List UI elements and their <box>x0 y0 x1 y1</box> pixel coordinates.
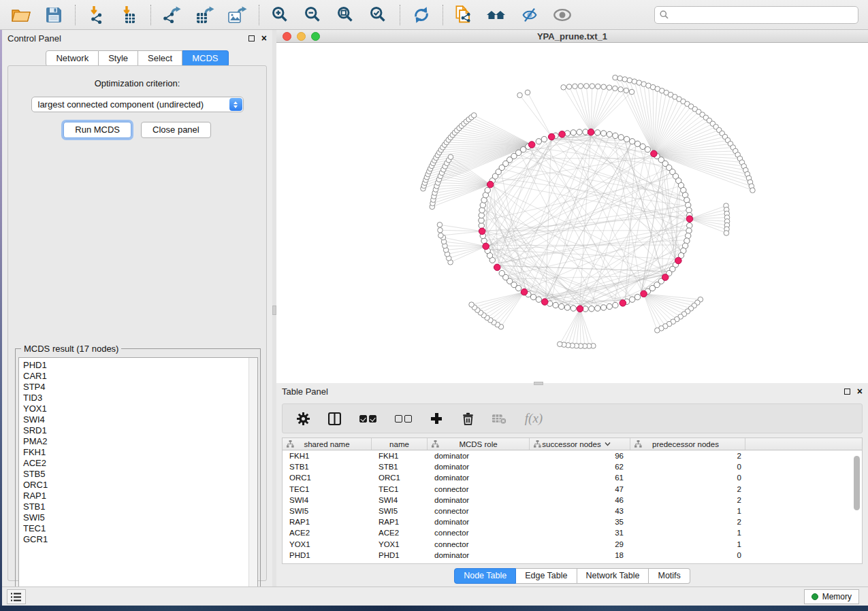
mcds-result-item[interactable]: TID3 <box>23 393 257 403</box>
mcds-result-item[interactable]: PMA2 <box>23 436 257 447</box>
run-mcds-button[interactable]: Run MCDS <box>63 122 131 138</box>
table-row[interactable]: SWI4SWI4dominator462 <box>283 495 862 506</box>
mcds-result-item[interactable]: PHD1 <box>23 360 257 371</box>
mcds-result-item[interactable]: FKH1 <box>23 447 257 458</box>
mcds-result-list[interactable]: PHD1CAR1STP4TID3YOX1SWI4SRD1PMA2FKH1ACE2… <box>18 357 258 596</box>
table-row[interactable]: RAP1RAP1dominator352 <box>283 516 862 527</box>
zoom-selected-icon[interactable] <box>367 4 390 26</box>
apply-layout-icon[interactable] <box>410 4 433 26</box>
table-scrollbar-thumb[interactable] <box>854 456 860 510</box>
mcds-result-item[interactable]: STB1 <box>23 501 257 512</box>
network-canvas[interactable] <box>276 43 868 382</box>
close-panel-icon[interactable]: × <box>261 35 267 42</box>
table-cell: connector <box>428 529 530 537</box>
control-panel-title: Control Panel <box>7 33 61 44</box>
hide-details-icon[interactable] <box>518 4 541 26</box>
network-window-titlebar[interactable]: YPA_prune.txt_1 <box>276 30 868 43</box>
float-panel-icon[interactable] <box>844 389 850 395</box>
mcds-result-item[interactable]: RAP1 <box>23 491 257 501</box>
zoom-out-icon[interactable] <box>302 4 325 26</box>
table-row[interactable]: TEC1TEC1connector472 <box>283 484 862 495</box>
float-panel-icon[interactable] <box>248 35 255 42</box>
search-icon <box>660 10 669 19</box>
tab-network-table[interactable]: Network Table <box>577 568 649 584</box>
table-cell: SWI4 <box>283 496 372 504</box>
mcds-result-item[interactable]: GCR1 <box>23 534 257 545</box>
import-network-icon[interactable] <box>85 4 108 26</box>
show-command-panel-button[interactable] <box>7 589 26 604</box>
table-row[interactable]: FKH1FKH1dominator962 <box>283 450 862 461</box>
table-cell: 35 <box>530 518 630 526</box>
toggle-panel-columns-icon[interactable] <box>326 410 342 427</box>
optimization-criterion-select[interactable]: largest connected component (undirected) <box>31 97 244 112</box>
mcds-result-item[interactable]: SWI4 <box>23 414 257 425</box>
mcds-result-item[interactable]: TEC1 <box>23 523 257 534</box>
delete-table-icon <box>491 410 507 427</box>
export-image-icon[interactable] <box>226 4 249 26</box>
desktop-background-edge <box>0 30 2 606</box>
select-all-columns-icon[interactable] <box>357 410 378 427</box>
column-header-name[interactable]: name <box>372 438 428 450</box>
table-row[interactable]: SWI5SWI5connector431 <box>283 506 862 516</box>
table-cell: ACE2 <box>283 529 372 537</box>
mcds-result-item[interactable]: STB5 <box>23 469 257 480</box>
table-cell: 1 <box>630 529 745 537</box>
zoom-in-icon[interactable] <box>269 4 292 26</box>
search-text-field[interactable] <box>672 10 853 20</box>
mcds-list-scrollbar[interactable] <box>248 358 257 595</box>
add-column-icon[interactable] <box>428 410 445 427</box>
tab-node-table[interactable]: Node Table <box>454 568 516 584</box>
column-header-successor-nodes[interactable]: successor nodes <box>530 438 630 450</box>
delete-column-icon[interactable] <box>460 410 476 427</box>
table-row[interactable]: YOX1YOX1connector291 <box>283 539 862 550</box>
search-input[interactable] <box>654 6 858 24</box>
mcds-result-item[interactable]: YOX1 <box>23 403 257 414</box>
column-header-shared-name[interactable]: shared name <box>283 438 372 450</box>
mcds-result-item[interactable]: SRD1 <box>23 425 257 436</box>
table-panel: Table Panel × f(x) <box>276 383 868 587</box>
export-table-icon[interactable] <box>193 4 216 26</box>
table-cell: dominator <box>428 463 530 471</box>
tab-mcds[interactable]: MCDS <box>182 50 228 67</box>
table-row[interactable]: ACE2ACE2connector311 <box>283 527 862 538</box>
table-panel-tabbar: Node Table Edge Table Network Table Moti… <box>276 568 868 584</box>
network-graph[interactable] <box>276 43 868 382</box>
table-row[interactable]: STB1STB1dominator620 <box>283 461 862 472</box>
table-cell: TEC1 <box>283 485 372 493</box>
column-header-predecessor-nodes[interactable]: predecessor nodes <box>630 438 745 450</box>
zoom-fit-icon[interactable] <box>334 4 357 26</box>
mcds-result-item[interactable]: SWI5 <box>23 512 257 523</box>
import-table-icon[interactable] <box>118 4 141 26</box>
table-panel-splitter-handle[interactable] <box>534 382 543 385</box>
mcds-result-item[interactable]: ACE2 <box>23 458 257 469</box>
mcds-result-item[interactable]: ORC1 <box>23 480 257 491</box>
homes-icon[interactable] <box>485 4 509 26</box>
tab-edge-table[interactable]: Edge Table <box>516 568 577 584</box>
mcds-result-item[interactable]: CAR1 <box>23 371 257 382</box>
table-cell: 18 <box>530 551 630 559</box>
tab-motifs[interactable]: Motifs <box>649 568 690 584</box>
shared-column-icon <box>432 440 439 448</box>
table-row[interactable]: ORC1ORC1dominator610 <box>283 472 862 483</box>
table-body: FKH1FKH1dominator962STB1STB1dominator620… <box>283 450 862 561</box>
deselect-all-columns-icon[interactable] <box>393 410 413 427</box>
mcds-result-item[interactable]: STP4 <box>23 382 257 393</box>
table-cell: 46 <box>530 496 630 504</box>
search-area <box>654 6 858 24</box>
export-network-icon[interactable] <box>161 4 184 26</box>
tab-style[interactable]: Style <box>99 50 138 67</box>
close-panel-button[interactable]: Close panel <box>141 122 211 138</box>
share-document-icon[interactable] <box>453 4 476 26</box>
table-cell: connector <box>428 540 530 548</box>
tab-select[interactable]: Select <box>138 50 182 67</box>
table-settings-icon[interactable] <box>295 410 311 427</box>
memory-button[interactable]: Memory <box>804 589 859 604</box>
table-row[interactable]: PHD1PHD1dominator180 <box>283 550 862 561</box>
close-panel-icon[interactable]: × <box>857 388 863 395</box>
tab-network[interactable]: Network <box>46 50 99 67</box>
table-cell: STB1 <box>372 463 428 471</box>
column-header-mcds-role[interactable]: MCDS role <box>428 438 530 450</box>
table-toolbar: f(x) <box>282 403 863 433</box>
open-file-icon[interactable] <box>10 4 33 26</box>
save-session-icon[interactable] <box>42 4 65 26</box>
